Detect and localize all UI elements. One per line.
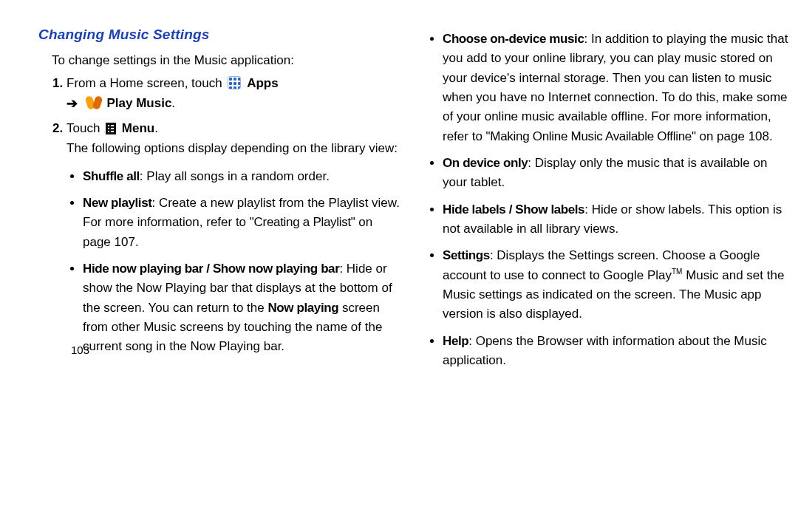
- opt-settings: Settings: Displays the Settings screen. …: [443, 246, 791, 324]
- labels-lead: Hide labels / Show labels: [443, 202, 584, 216]
- menu-icon: [106, 123, 116, 134]
- menu-label: Menu: [122, 121, 154, 135]
- help-rest: : Opens the Browser with information abo…: [443, 334, 767, 367]
- play-music-label: Play Music: [106, 96, 171, 110]
- step1-pre: From a Home screen, touch: [66, 76, 225, 90]
- left-column: Changing Music Settings To change settin…: [38, 27, 403, 378]
- play-music-icon: [86, 96, 101, 109]
- opt-choose-on-device: Choose on-device music: In addition to p…: [443, 30, 791, 146]
- opt-on-device-only: On device only: Display only the music t…: [443, 154, 791, 193]
- newpl-lead: New playlist: [83, 196, 151, 210]
- opt-hide-now-playing: Hide now playing bar / Show now playing …: [83, 259, 403, 357]
- newpl-ref: "Creating a Playlist": [250, 215, 355, 229]
- apps-label: Apps: [247, 76, 279, 90]
- choose-ref: "Making Online Music Available Offline": [486, 129, 696, 143]
- opt-help: Help: Opens the Browser with information…: [443, 332, 791, 371]
- opt-hide-labels: Hide labels / Show labels: Hide or show …: [443, 200, 791, 239]
- options-list-left: Shuffle all: Play all songs in a random …: [83, 167, 403, 357]
- settings-lead: Settings: [443, 248, 490, 262]
- page-number: 103: [71, 344, 89, 356]
- shuffle-lead: Shuffle all: [83, 169, 140, 183]
- right-column: Choose on-device music: In addition to p…: [426, 27, 791, 378]
- manual-page: Changing Music Settings To change settin…: [0, 0, 798, 378]
- opt-shuffle-all: Shuffle all: Play all songs in a random …: [83, 167, 403, 186]
- choose-lead: Choose on-device music: [443, 32, 584, 46]
- section-heading: Changing Music Settings: [38, 27, 403, 43]
- step2-tail: The following options display depending …: [66, 139, 403, 158]
- steps-list: From a Home screen, touch Apps ➔ Play Mu…: [66, 74, 403, 357]
- arrow-right-icon: ➔: [66, 94, 78, 114]
- choose-rest1: : In addition to playing the music that …: [443, 32, 788, 143]
- help-lead: Help: [443, 334, 468, 348]
- intro-text: To change settings in the Music applicat…: [52, 53, 403, 68]
- step2-pre: Touch: [66, 121, 103, 135]
- shuffle-rest: : Play all songs in a random order.: [140, 169, 330, 183]
- options-list-right: Choose on-device music: In addition to p…: [443, 30, 791, 371]
- step1-dot: .: [171, 96, 175, 110]
- tm-mark: TM: [672, 267, 682, 276]
- ondev-lead: On device only: [443, 156, 528, 170]
- now-playing-bold: Now playing: [267, 301, 338, 315]
- step-2: Touch Menu. The following options displa…: [66, 119, 403, 357]
- hidebar-lead: Hide now playing bar / Show now playing …: [83, 262, 339, 276]
- apps-grid-icon: [228, 76, 241, 89]
- opt-new-playlist: New playlist: Create a new playlist from…: [83, 194, 403, 252]
- step2-dot: .: [154, 121, 158, 135]
- step-1: From a Home screen, touch Apps ➔ Play Mu…: [66, 74, 403, 113]
- choose-rest2: on page 108.: [696, 129, 773, 143]
